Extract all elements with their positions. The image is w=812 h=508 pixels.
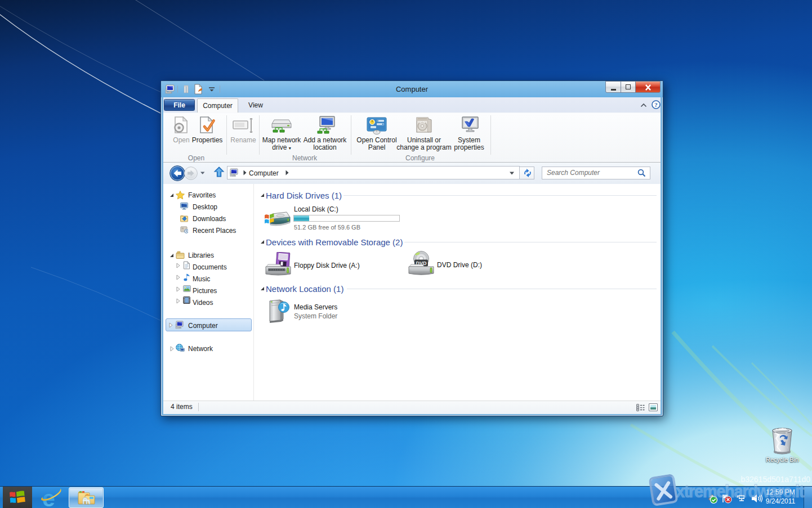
svg-text:?: ? [654,101,658,108]
svg-text:e: e [42,488,55,508]
